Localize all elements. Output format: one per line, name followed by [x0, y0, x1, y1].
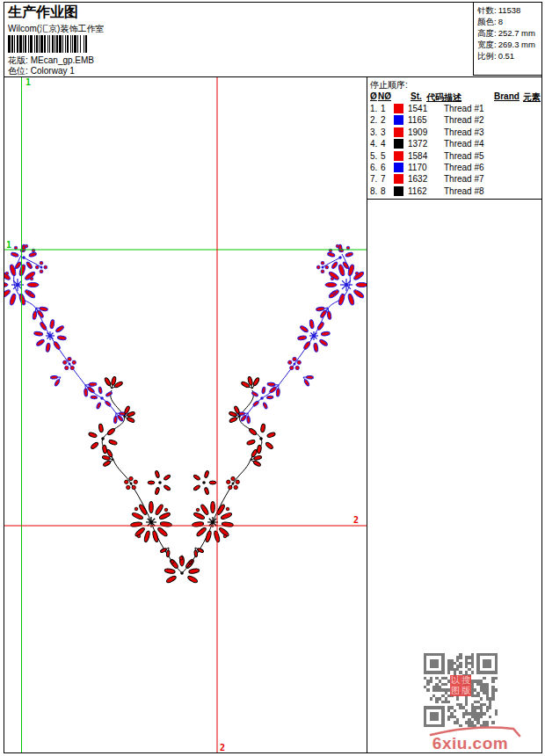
- column-header: Ø: [370, 91, 377, 101]
- thread-stitch-count: 1584: [408, 151, 427, 161]
- info-row: 宽度:269.3 mm: [477, 39, 541, 50]
- thread-row: 3.31909Thread #3: [367, 127, 541, 138]
- barcode-bar: [85, 35, 87, 53]
- stamp-char: 搜: [461, 675, 471, 686]
- thread-seq: 6.: [370, 163, 377, 172]
- thread-seq: 2.: [370, 115, 377, 125]
- thread-seq: 1.: [370, 104, 377, 113]
- thread-color-chip: [394, 151, 403, 161]
- thread-color-chip: [394, 104, 403, 113]
- pattern-value: MEcan_gp.EMB: [31, 55, 94, 65]
- header: 生产作业图 Wilcom(汇京)装饰工作室 花版:MEcan_gp.EMB 色位…: [4, 3, 541, 77]
- thread-color-chip: [394, 139, 403, 149]
- stamp-char: 版: [461, 686, 471, 696]
- info-value: 269.3 mm: [498, 40, 535, 49]
- thread-stitch-count: 1909: [408, 127, 427, 137]
- column-header: 代码: [426, 91, 444, 104]
- thread-row: 5.51584Thread #5: [367, 150, 541, 162]
- info-row: 针数:11538: [477, 4, 541, 16]
- info-label: 比例:: [477, 51, 497, 61]
- info-label: 颜色:: [477, 17, 497, 26]
- info-value: 8: [498, 17, 503, 26]
- content: 1122 停止顺序: ØNØSt.代码描述Brand元素 1.11541Thre…: [4, 77, 541, 752]
- thread-needle: 8: [381, 186, 386, 196]
- thread-description: Thread #2: [444, 115, 484, 125]
- thread-stitch-count: 1372: [408, 139, 427, 149]
- info-row: 比例:0.51: [477, 50, 541, 62]
- thread-color-chip: [394, 186, 403, 196]
- thread-description: Thread #4: [444, 139, 484, 149]
- stamp-char: 图: [450, 686, 461, 696]
- thread-color-chip: [394, 115, 403, 125]
- thread-description: Thread #8: [444, 186, 484, 196]
- column-header: 描述: [444, 91, 461, 104]
- start-marker-label: 1: [6, 240, 11, 250]
- colorway-line: 色位:Colorway 1: [8, 65, 75, 77]
- thread-description: Thread #7: [444, 174, 484, 184]
- info-row: 高度:252.7 mm: [477, 27, 541, 39]
- thread-seq: 4.: [370, 139, 377, 149]
- thread-needle: 3: [381, 127, 386, 137]
- thread-row: 6.61170Thread #6: [367, 162, 541, 173]
- thread-seq: 7.: [370, 174, 377, 184]
- info-value: 11538: [498, 5, 521, 15]
- thread-needle: 7: [381, 174, 386, 184]
- stop-sequence-title: 停止顺序:: [370, 79, 408, 91]
- info-label: 宽度:: [477, 40, 497, 49]
- info-label: 针数:: [477, 5, 497, 15]
- thread-needle: 5: [381, 151, 386, 161]
- thread-color-chip: [394, 174, 403, 184]
- thread-row: 8.81162Thread #8: [367, 185, 541, 197]
- thread-needle: 1: [381, 104, 386, 113]
- right-panel: 停止顺序: ØNØSt.代码描述Brand元素 1.11541Thread #1…: [367, 77, 541, 752]
- embroidery-design-svg: 1122: [4, 77, 367, 752]
- stamp-char: 以: [450, 675, 461, 686]
- info-row: 颜色:8: [477, 16, 541, 27]
- thread-seq: 3.: [370, 127, 377, 137]
- thread-stitch-count: 1632: [408, 174, 427, 184]
- colorway-label: 色位:: [8, 66, 28, 76]
- thread-seq: 8.: [370, 186, 377, 196]
- column-header: Brand: [494, 91, 520, 101]
- studio-name: Wilcom(汇京)装饰工作室: [8, 23, 104, 35]
- thread-row: 1.11541Thread #1: [367, 103, 541, 114]
- thread-description: Thread #1: [444, 104, 484, 113]
- thread-needle: 2: [381, 115, 386, 125]
- thread-stitch-count: 1541: [408, 104, 427, 113]
- thread-color-chip: [394, 127, 403, 137]
- column-header: NØ: [378, 91, 391, 101]
- thread-row: 7.71632Thread #7: [367, 173, 541, 185]
- table-header-row: ØNØSt.代码描述Brand元素: [367, 91, 541, 103]
- thread-stitch-count: 1165: [408, 115, 427, 125]
- thread-color-chip: [394, 163, 403, 172]
- thread-row: 2.21165Thread #2: [367, 114, 541, 126]
- design-barcode: [8, 35, 133, 53]
- watermark-site-text: 6xiu.com: [411, 734, 529, 753]
- info-value: 252.7 mm: [498, 28, 535, 38]
- end-marker-label: 2: [220, 743, 225, 752]
- worksheet-page: 生产作业图 Wilcom(汇京)装饰工作室 花版:MEcan_gp.EMB 色位…: [4, 2, 542, 753]
- production-worksheet: { "header": { "title": "生产作业图", "subtitl…: [0, 0, 545, 756]
- watermark-stamp: 以搜图版: [450, 675, 471, 696]
- thread-stitch-count: 1170: [408, 163, 427, 172]
- column-header: 元素: [523, 91, 541, 104]
- thread-needle: 4: [381, 139, 386, 149]
- info-label: 高度:: [477, 28, 497, 38]
- design-info-box: 针数:11538颜色:8高度:252.7 mm宽度:269.3 mm比例:0.5…: [473, 3, 541, 76]
- thread-seq: 5.: [370, 151, 377, 161]
- thread-description: Thread #3: [444, 127, 484, 137]
- thread-stitch-count: 1162: [408, 186, 427, 196]
- site-watermark: 6xiu.com: [411, 723, 529, 753]
- stop-sequence-table: 停止顺序: ØNØSt.代码描述Brand元素 1.11541Thread #1…: [367, 77, 541, 200]
- page-title: 生产作业图: [8, 4, 78, 22]
- info-value: 0.51: [498, 51, 515, 61]
- thread-description: Thread #5: [444, 151, 484, 161]
- end-marker-label: 2: [353, 515, 359, 525]
- thread-needle: 6: [381, 163, 386, 172]
- table-rows: 1.11541Thread #12.21165Thread #23.31909T…: [367, 103, 541, 197]
- thread-row: 4.41372Thread #4: [367, 138, 541, 149]
- qr-code: 以搜图版: [424, 653, 498, 727]
- thread-description: Thread #6: [444, 163, 484, 172]
- start-marker-label: 1: [25, 77, 31, 87]
- colorway-value: Colorway 1: [31, 66, 75, 76]
